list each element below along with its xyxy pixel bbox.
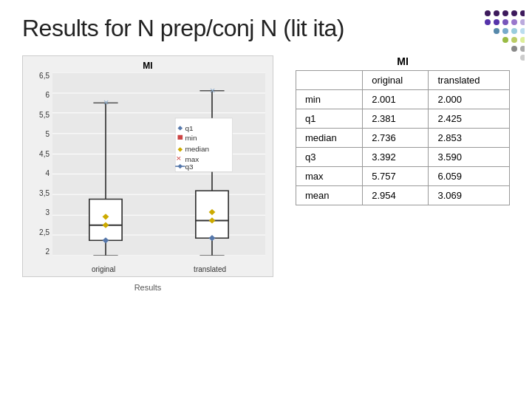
y-label-4: 4 (45, 170, 50, 177)
table-row: max5.7576.059 (296, 167, 510, 186)
svg-text:median: median (185, 146, 209, 154)
dots-decoration (466, 7, 525, 66)
cell-translated: 2.000 (429, 90, 510, 109)
y-label-5: 5 (45, 131, 50, 138)
cell-original: 2.736 (363, 129, 429, 148)
svg-point-11 (502, 28, 508, 34)
chart-title: MI (23, 61, 273, 71)
svg-point-9 (520, 19, 525, 25)
svg-point-13 (520, 28, 525, 34)
svg-point-3 (511, 10, 517, 16)
svg-rect-20 (52, 72, 265, 256)
page-title: Results for N prep/conj N (lit ita) (22, 15, 510, 42)
svg-point-8 (511, 19, 517, 25)
table-row: q12.3812.425 (296, 109, 510, 129)
cell-original: 3.392 (363, 148, 429, 167)
y-label-2: 2 (45, 248, 50, 256)
page: Results for N prep/conj N (lit ita) MI 6… (0, 0, 532, 399)
cell-original: 2.001 (363, 90, 429, 109)
y-axis: 6,5 6 5,5 5 4,5 4 3,5 3 2,5 2 (24, 72, 50, 256)
svg-point-16 (520, 37, 525, 43)
svg-point-14 (502, 37, 508, 43)
table-row: min2.0012.000 (296, 90, 510, 109)
cell-label: q1 (296, 109, 363, 129)
cell-translated: 6.059 (429, 167, 510, 186)
svg-point-15 (511, 37, 517, 43)
cell-label: median (296, 129, 363, 148)
col-header-empty (296, 71, 363, 90)
y-label-65: 6,5 (39, 72, 50, 80)
svg-point-17 (511, 46, 517, 52)
svg-point-6 (494, 19, 499, 25)
cell-original: 2.381 (363, 109, 429, 129)
table-row: median2.7362.853 (296, 129, 510, 148)
y-label-6: 6 (45, 92, 50, 99)
svg-point-10 (494, 28, 499, 34)
chart-box: MI 6,5 6 5,5 5 4,5 4 3,5 3 2,5 2 (22, 55, 273, 277)
svg-point-1 (494, 10, 499, 16)
table-area: MI original translated min2.0012.000q12.… (296, 55, 510, 205)
cell-translated: 3.069 (429, 186, 510, 205)
cell-label: q3 (296, 148, 363, 167)
content-row: MI 6,5 6 5,5 5 4,5 4 3,5 3 2,5 2 (22, 55, 510, 292)
svg-point-7 (502, 19, 508, 25)
svg-point-5 (485, 19, 491, 25)
x-label-translated: translated (194, 265, 226, 273)
svg-point-4 (520, 10, 525, 16)
chart-container: MI 6,5 6 5,5 5 4,5 4 3,5 3 2,5 2 (22, 55, 273, 292)
chart-svg: × (52, 72, 265, 256)
table-header-row: original translated (296, 71, 510, 90)
chart-footer: Results (22, 283, 273, 292)
svg-point-0 (485, 10, 491, 16)
y-label-55: 5,5 (39, 112, 50, 119)
svg-text:×: × (103, 98, 109, 108)
svg-point-2 (502, 10, 508, 16)
cell-label: mean (296, 186, 363, 205)
table-row: mean2.9543.069 (296, 186, 510, 205)
svg-rect-54 (177, 135, 183, 140)
y-label-25: 2,5 (39, 229, 50, 236)
svg-text:q1: q1 (185, 124, 193, 132)
cell-translated: 2.425 (429, 109, 510, 129)
svg-point-12 (511, 28, 517, 34)
cell-translated: 2.853 (429, 129, 510, 148)
cell-original: 2.954 (363, 186, 429, 205)
col-header-translated: translated (429, 71, 510, 90)
cell-translated: 3.590 (429, 148, 510, 167)
x-axis: original translated (52, 265, 265, 273)
svg-text:×: × (210, 85, 216, 95)
x-label-original: original (92, 265, 115, 273)
svg-point-19 (520, 55, 525, 61)
cell-label: max (296, 167, 363, 186)
svg-text:max: max (185, 155, 199, 163)
col-header-original: original (363, 71, 429, 90)
cell-original: 5.757 (363, 167, 429, 186)
cell-label: min (296, 90, 363, 109)
table-row: q33.3923.590 (296, 148, 510, 167)
y-label-45: 4,5 (39, 151, 50, 158)
svg-text:×: × (176, 153, 181, 163)
y-label-35: 3,5 (39, 190, 50, 197)
y-label-3: 3 (45, 209, 50, 216)
mi-table: original translated min2.0012.000q12.381… (296, 70, 510, 205)
svg-point-18 (520, 46, 525, 52)
svg-text:min: min (185, 134, 197, 142)
svg-text:q3: q3 (185, 163, 193, 171)
